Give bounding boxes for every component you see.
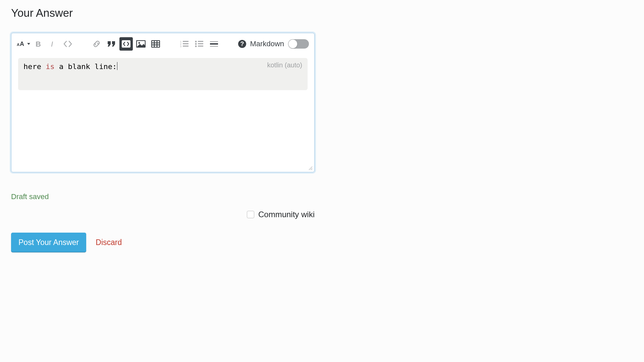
toggle-knob: [288, 40, 297, 48]
editor-toolbar: A A B I: [11, 33, 314, 55]
svg-text:B: B: [36, 40, 41, 48]
answer-editor: A A B I: [11, 33, 315, 172]
svg-text:I: I: [51, 40, 53, 48]
svg-line-29: [309, 167, 312, 170]
table-icon: [151, 40, 160, 48]
svg-point-19: [195, 43, 197, 45]
draft-saved-status: Draft saved: [11, 192, 315, 201]
svg-point-20: [195, 46, 197, 47]
text-caret: [117, 62, 117, 70]
svg-text:A: A: [17, 42, 20, 47]
italic-icon: I: [50, 40, 56, 48]
ordered-list-icon: 1 2 3: [180, 40, 189, 48]
code-block-icon: [121, 40, 131, 48]
bold-button[interactable]: B: [32, 37, 45, 51]
ordered-list-button[interactable]: 1 2 3: [178, 37, 191, 51]
code-text[interactable]: here is a blank line:: [23, 62, 302, 71]
svg-text:A: A: [20, 41, 24, 47]
inline-code-button[interactable]: [61, 37, 74, 51]
code-icon: [63, 41, 72, 47]
horizontal-rule-button[interactable]: [207, 37, 221, 51]
text-size-button[interactable]: A A: [17, 37, 30, 51]
svg-text:3: 3: [180, 45, 181, 48]
hr-icon: [210, 40, 218, 48]
svg-point-18: [195, 41, 197, 43]
help-button[interactable]: ?: [236, 37, 248, 51]
community-wiki-label: Community wiki: [258, 210, 315, 219]
code-block-button[interactable]: [119, 37, 133, 51]
svg-rect-21: [198, 41, 203, 42]
svg-text:1: 1: [180, 41, 181, 43]
resize-grip-icon[interactable]: [308, 166, 313, 171]
svg-rect-23: [198, 46, 203, 47]
chevron-down-icon: [27, 43, 30, 45]
quote-icon: [107, 41, 116, 47]
image-button[interactable]: [134, 37, 148, 51]
blockquote-button[interactable]: [105, 37, 118, 51]
svg-rect-25: [210, 43, 218, 45]
table-button[interactable]: [149, 37, 162, 51]
unordered-list-button[interactable]: [193, 37, 206, 51]
editor-body[interactable]: [11, 95, 314, 172]
svg-rect-26: [210, 46, 218, 47]
page-title: Your Answer: [11, 7, 633, 19]
community-wiki-checkbox[interactable]: [247, 211, 254, 218]
image-icon: [136, 40, 146, 48]
link-button[interactable]: [90, 37, 103, 51]
discard-link[interactable]: Discard: [96, 238, 122, 247]
markdown-toggle[interactable]: [288, 39, 309, 49]
bold-icon: B: [35, 40, 42, 48]
italic-button[interactable]: I: [46, 37, 60, 51]
code-language-badge: kotlin (auto): [267, 61, 303, 69]
svg-text:?: ?: [240, 41, 244, 47]
svg-text:2: 2: [180, 43, 181, 45]
svg-line-31: [312, 170, 312, 170]
svg-rect-16: [183, 43, 189, 44]
markdown-label: Markdown: [250, 40, 284, 48]
code-block-area[interactable]: kotlin (auto) here is a blank line:: [18, 58, 308, 90]
svg-rect-7: [152, 41, 160, 47]
svg-rect-17: [183, 46, 189, 47]
unordered-list-icon: [195, 40, 204, 48]
help-icon: ?: [238, 40, 247, 48]
svg-rect-22: [198, 43, 203, 44]
svg-rect-15: [183, 41, 189, 42]
post-answer-button[interactable]: Post Your Answer: [11, 233, 86, 252]
svg-point-6: [138, 42, 140, 44]
link-icon: [92, 40, 101, 48]
svg-rect-24: [210, 41, 218, 42]
